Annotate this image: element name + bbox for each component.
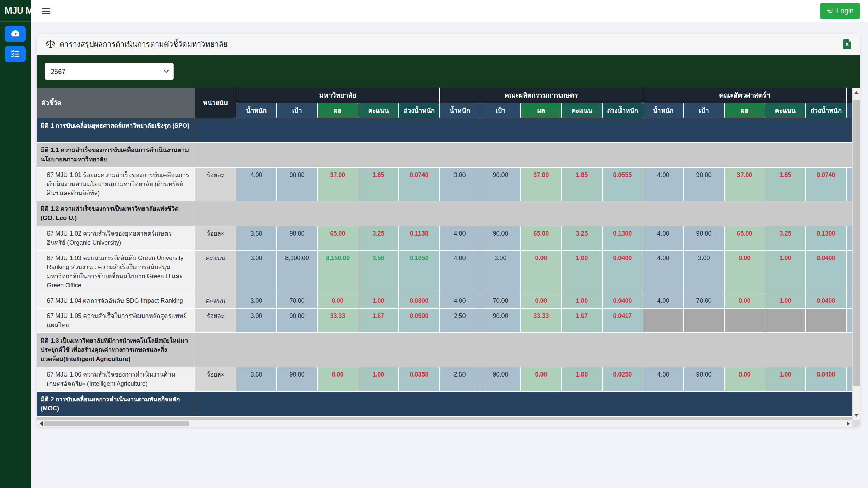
section-label-cell: มิติ 2.1 ผลิตบัณฑิตและพัฒนานักศึกษาที่มี… <box>37 417 195 420</box>
sub-header: เป้า <box>480 103 521 118</box>
sub-header: ถ่วงน้ำหนัก <box>806 103 847 118</box>
list-check-icon <box>10 49 20 60</box>
value-cell-empty <box>643 309 684 333</box>
indicator-label-cell: 67 MJU 1.04 ผลการจัดอันดับ SDG Impact Ra… <box>37 293 195 309</box>
partial-cell <box>847 226 852 251</box>
value-text: 3.25 <box>780 230 791 237</box>
year-select[interactable]: 2567 <box>45 63 174 80</box>
scrollbar-left-button[interactable] <box>37 420 45 427</box>
value-cell: 4.00 <box>236 168 277 201</box>
value-text: 1.85 <box>372 171 384 178</box>
value-text: 3.25 <box>372 230 384 237</box>
horizontal-scrollbar[interactable] <box>37 420 852 427</box>
value-text: 3.00 <box>250 255 262 261</box>
page-title: ตารางสรุปผลการดำเนินการตามตัวชี้วัดมหาวิ… <box>60 38 228 50</box>
sidebar-item-indicators[interactable] <box>5 46 26 62</box>
value-cell: 3.50 <box>236 226 277 251</box>
value-cell: 70.00 <box>684 293 725 309</box>
value-cell: 65.00 <box>725 226 765 251</box>
value-cell: 37.00 <box>318 168 358 201</box>
value-cell: 2.50 <box>440 367 480 392</box>
section-label-cell: มิติ 2 การขับเคลื่อนผลการดำเนินงานตามพัน… <box>37 392 195 417</box>
vertical-scrollbar-thumb[interactable] <box>853 100 860 386</box>
value-cell: 0.00 <box>725 251 765 293</box>
value-text: 1.00 <box>780 297 791 304</box>
value-cell: 0.0400 <box>806 293 847 309</box>
value-text: 33.33 <box>330 312 345 319</box>
value-text: 37.00 <box>737 171 752 178</box>
value-text: 2.50 <box>454 371 466 378</box>
value-text: 1.00 <box>576 255 588 261</box>
value-text: 0.0300 <box>410 297 428 304</box>
sub-header: ถ่วงน้ำหนัก <box>399 103 440 118</box>
value-text: 3.00 <box>698 255 710 261</box>
partial-cell <box>847 293 852 309</box>
sidebar-item-dashboard[interactable] <box>5 26 26 42</box>
value-cell: 0.1138 <box>399 226 440 251</box>
value-cell: 3.00 <box>236 293 277 309</box>
value-text: 90.00 <box>696 371 712 378</box>
value-text: 3.00 <box>454 171 466 178</box>
value-text: 3.50 <box>250 230 262 237</box>
value-cell: 90.00 <box>277 226 318 251</box>
menu-toggle-button[interactable] <box>40 6 52 16</box>
value-text: 8,150.00 <box>326 255 350 261</box>
value-text: 33.33 <box>534 312 549 319</box>
group-header-1: มหาวิทยาลัย <box>236 88 440 103</box>
filter-bar: 2567 <box>37 55 860 88</box>
vertical-scrollbar[interactable] <box>852 88 860 420</box>
column-header-indicator: ตัวชี้วัด <box>37 88 195 118</box>
value-cell: 0.0400 <box>603 293 643 309</box>
value-cell: 33.33 <box>318 309 358 333</box>
horizontal-scrollbar-thumb[interactable] <box>44 421 189 426</box>
column-header-unit: หน่วยนับ <box>195 88 236 118</box>
section-label-cell: มิติ 1.1 ความสำเร็จของการขับเคลื่อนการดำ… <box>37 143 195 168</box>
indicator-label-cell: 67 MJU 1.05 ความสำเร็จในการพัฒนาหลักสูตร… <box>37 309 195 333</box>
value-text: 4.00 <box>657 171 669 178</box>
value-text: 0.00 <box>332 371 343 378</box>
indicator-label-cell: 67 MJU 1.02 ความสำเร็จของยุทธศาสตร์เกษตร… <box>37 226 195 251</box>
section-label-cell: มิติ 1.2 ความสำเร็จของการเป็นมหาวิทยาลัย… <box>37 201 195 226</box>
unit-cell: ร้อยละ <box>195 226 236 251</box>
table-row: มิติ 1.3 เป็นมหาวิทยาลัยที่มีการนำเทคโนโ… <box>37 333 852 367</box>
value-cell: 65.00 <box>318 226 358 251</box>
gauge-icon <box>10 28 20 40</box>
value-cell: 0.0350 <box>399 367 440 392</box>
value-text: 0.0555 <box>613 171 632 178</box>
value-cell: 90.00 <box>277 367 318 392</box>
group-header-3: คณะสัตวศาสตร์ฯ <box>643 88 847 103</box>
value-text: 3.25 <box>576 230 588 237</box>
value-text: 0.00 <box>739 297 751 304</box>
value-text: 1.00 <box>576 297 588 304</box>
section-spacer-cell <box>195 118 852 143</box>
value-text: 0.00 <box>739 371 751 378</box>
value-text: 0.00 <box>332 297 343 304</box>
section-spacer-cell <box>195 392 852 417</box>
value-cell: 90.00 <box>684 367 725 392</box>
scrollbar-down-button[interactable] <box>853 411 860 419</box>
value-cell: 70.00 <box>480 293 521 309</box>
table-row: มิติ 2.1 ผลิตบัณฑิตและพัฒนานักศึกษาที่มี… <box>37 417 852 420</box>
scrollbar-right-button[interactable] <box>844 420 852 427</box>
value-text: 0.1300 <box>817 230 835 237</box>
login-button[interactable]: Login <box>820 3 860 19</box>
value-text: 3.00 <box>250 297 262 304</box>
section-label-cell: มิติ 1.3 เป็นมหาวิทยาลัยที่มีการนำเทคโนโ… <box>37 333 195 367</box>
value-text: 4.00 <box>250 171 262 178</box>
section-spacer-cell <box>195 417 852 420</box>
value-text: 0.00 <box>535 255 547 261</box>
table-scroll-area: ตัวชี้วัดหน่วยนับมหาวิทยาลัยคณะผลิตกรรมก… <box>37 88 852 420</box>
triangle-up-icon <box>854 91 859 94</box>
sub-header: ผล <box>318 103 358 118</box>
value-text: 90.00 <box>493 230 508 237</box>
scrollbar-up-button[interactable] <box>853 89 860 96</box>
value-cell: 3.50 <box>236 367 277 392</box>
partial-cell <box>847 168 852 201</box>
excel-export-button[interactable]: X <box>843 39 851 49</box>
sub-header: เป้า <box>684 103 725 118</box>
value-text: 1.85 <box>576 171 588 178</box>
value-cell-empty <box>684 309 725 333</box>
value-text: 90.00 <box>289 230 304 237</box>
table-row: 67 MJU 1.04 ผลการจัดอันดับ SDG Impact Ra… <box>37 293 852 309</box>
unit-cell: ร้อยละ <box>195 367 236 392</box>
